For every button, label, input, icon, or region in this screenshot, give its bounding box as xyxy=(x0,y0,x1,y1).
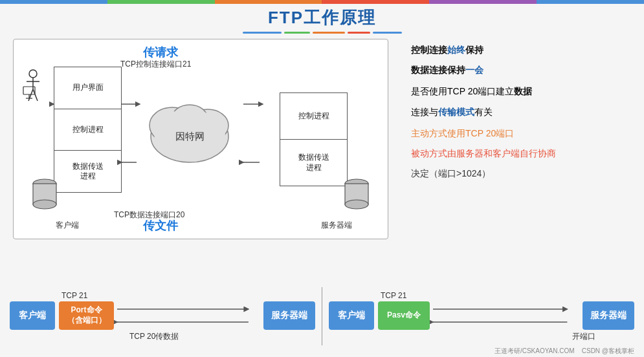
svg-point-18 xyxy=(174,110,205,133)
diagram-area: 传请求 TCP控制连接端口21 传文件 TCP数据连接端口20 用户界面 控制 xyxy=(13,39,388,239)
credit-area: 王道考研/CSKAOYAN.COM CSDN @客栈掌柜 xyxy=(494,347,634,356)
bar-blue2 xyxy=(537,0,644,4)
svg-point-0 xyxy=(29,70,37,78)
title-underline xyxy=(0,32,644,34)
line6b: 决定（端口>1024） xyxy=(411,166,631,182)
person-icon xyxy=(17,69,49,104)
active-arrows-svg xyxy=(114,301,263,330)
passive-client-box: 客户端 xyxy=(329,301,374,330)
line1: 控制连接始终保持 xyxy=(411,42,631,58)
active-tcp20-label: TCP 20传数据 xyxy=(129,331,179,342)
passive-tcp21-label: TCP 21 xyxy=(381,291,406,300)
tcp-data-label: TCP数据连接端口20 xyxy=(114,210,184,221)
bar-orange xyxy=(215,0,322,4)
active-client-box: 客户端 xyxy=(10,301,55,330)
pasv-cmd-box: Pasv命令 xyxy=(378,301,430,330)
bar-purple xyxy=(429,0,537,4)
passive-arrows-svg xyxy=(430,301,583,330)
active-arrow-area xyxy=(114,301,263,330)
svg-point-22 xyxy=(345,200,368,209)
svg-point-10 xyxy=(33,200,56,209)
slide-container: FTP工作原理 传请求 TCP控制连接端口21 传文件 TCP数据连接端口20 xyxy=(0,0,644,357)
line1-always: 始终 xyxy=(447,45,465,55)
credit-text: 王道考研/CSKAOYAN.COM xyxy=(494,347,575,354)
line4-mode: 传输模式 xyxy=(438,107,474,117)
underline-seg4 xyxy=(348,32,370,34)
line2-moment: 一会 xyxy=(465,65,483,75)
db-left-icon xyxy=(32,177,58,213)
top-bar xyxy=(0,0,644,4)
db-right-icon xyxy=(344,177,370,213)
line1-keep: 保持 xyxy=(465,45,483,55)
internet-cloud: 因特网 xyxy=(137,88,243,172)
csdn-text: CSDN @客栈掌柜 xyxy=(582,347,634,354)
passive-server-box: 服务器端 xyxy=(583,301,634,330)
line6-text: 被动方式由服务器和客户端自行协商 xyxy=(411,148,556,158)
section-divider xyxy=(322,287,322,345)
server-box: 控制进程 数据传送进程 xyxy=(280,92,348,186)
bar-red xyxy=(322,0,429,4)
underline-seg1 xyxy=(243,32,282,34)
port-cmd-box: Port命令（含端口） xyxy=(59,301,114,330)
active-tcp21-label: TCP 21 xyxy=(61,291,87,300)
client-box-ctrl: 控制进程 xyxy=(54,109,121,151)
svg-text:因特网: 因特网 xyxy=(175,131,205,142)
bar-blue xyxy=(0,0,107,4)
passive-mode-row: 客户端 Pasv命令 xyxy=(329,301,634,330)
line2: 数据连接保持一会 xyxy=(411,62,631,78)
right-panel: 控制连接始终保持 数据连接保持一会 是否使用TCP 20端口建立数据 连接与传输… xyxy=(411,42,631,186)
line1-ctrl: 控制连接 xyxy=(411,45,447,55)
line2-data: 数据连接保持 xyxy=(411,65,465,75)
client-box-data: 数据传送进程 xyxy=(54,151,121,192)
line6b-text: 决定（端口>1024） xyxy=(411,168,491,178)
title-area: FTP工作原理 xyxy=(0,6,644,34)
server-box-data: 数据传送进程 xyxy=(280,140,347,186)
line4-text: 连接与 xyxy=(411,107,438,117)
active-server-box: 服务器端 xyxy=(263,301,315,330)
underline-seg2 xyxy=(284,32,310,34)
line5-text: 主动方式使用TCP 20端口 xyxy=(411,128,514,138)
client-box: 用户界面 控制进程 数据传送进程 xyxy=(54,67,122,193)
active-mode-group: TCP 21 客户端 Port命令（含端口） xyxy=(10,291,315,342)
line3-text: 是否使用TCP 20端口建立 xyxy=(411,86,514,96)
slide-title: FTP工作原理 xyxy=(0,6,644,29)
line3: 是否使用TCP 20端口建立数据 xyxy=(411,83,631,100)
line3-bold: 数据 xyxy=(514,86,532,96)
tcp-ctrl-label: TCP控制连接端口21 xyxy=(120,59,191,70)
line6: 被动方式由服务器和客户端自行协商 xyxy=(411,146,631,162)
client-box-ui: 用户界面 xyxy=(54,67,121,109)
passive-arrow-area xyxy=(430,301,583,330)
underline-seg3 xyxy=(313,32,345,34)
line4: 连接与传输模式有关 xyxy=(411,104,631,120)
server-box-ctrl: 控制进程 xyxy=(280,93,347,140)
active-mode-row: 客户端 Port命令（含端口） xyxy=(10,301,315,330)
bar-green xyxy=(107,0,215,4)
passive-mode-group: TCP 21 客户端 Pasv命令 xyxy=(329,291,634,342)
underline-seg5 xyxy=(373,32,402,34)
line4-end: 有关 xyxy=(474,107,493,117)
bottom-section: TCP 21 客户端 Port命令（含端口） xyxy=(0,281,644,352)
line5: 主动方式使用TCP 20端口 xyxy=(411,125,631,142)
chuanqingqiu-label: 传请求 xyxy=(143,45,178,60)
server-label: 服务器端 xyxy=(321,220,352,231)
open-port-label: 开端口 xyxy=(572,331,595,342)
port-cmd-label: Port命令（含端口） xyxy=(67,305,106,325)
client-label: 客户端 xyxy=(56,220,79,231)
